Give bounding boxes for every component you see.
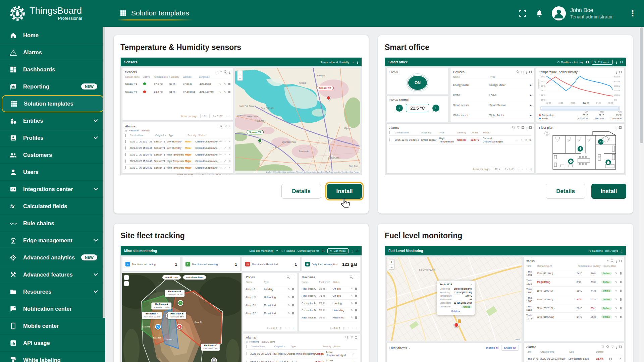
alarm-row[interactable]: 2021-07-20 15:36:38 Sensor T1 High Tempe… — [125, 165, 230, 171]
brand[interactable]: ThingsBoard Professional — [0, 5, 105, 21]
edit-icon[interactable] — [615, 289, 618, 292]
edit-icon[interactable] — [287, 296, 290, 299]
ack-icon[interactable]: ✓ — [224, 166, 226, 169]
checkbox[interactable] — [389, 131, 390, 134]
delete-icon[interactable] — [620, 316, 622, 318]
alarm-row[interactable]: 2026-01-05 12:36:28 Haul truck B Overloa… — [246, 358, 357, 362]
zone-row[interactable]: Zone R1Restricted — [246, 301, 294, 309]
alarm-row[interactable]: 2021-07-20 15:36:45 Sensor T1 Low Humidi… — [125, 145, 230, 152]
machine-label[interactable]: Excavator AFuel level: 71.7% — [142, 312, 162, 319]
ack-icon[interactable]: ✓ — [353, 352, 355, 355]
leaflet-attribution[interactable]: Leaflet — [515, 339, 521, 341]
edit-icon[interactable] — [615, 298, 618, 301]
alarm-row[interactable]: 2021-07-20 15:36:40 Sensor T1 High Tempe… — [125, 158, 230, 165]
sensor-row[interactable]: Sensor T1 17.0 °C 57 % 37.3948 -122.1503 — [125, 80, 230, 88]
prev-page-icon[interactable]: ‹ — [285, 326, 286, 329]
checkbox[interactable] — [125, 153, 126, 156]
increase-temp-button[interactable]: › — [432, 105, 439, 112]
more-icon[interactable]: ⋯ — [515, 138, 518, 141]
zone-row[interactable]: Zone L1Loading — [246, 285, 294, 293]
delete-icon[interactable] — [355, 295, 357, 297]
timeseries-icon[interactable] — [219, 82, 222, 85]
chevron-down-icon[interactable]: ⌄ — [409, 347, 411, 349]
checkbox[interactable] — [125, 166, 126, 169]
map-zoom-controls[interactable]: +− — [389, 259, 394, 270]
tank-row[interactable]: Tank 1491 80% (42146L) 24°C 76% Online — [526, 269, 622, 278]
edit-icon[interactable] — [351, 287, 353, 290]
sensor-t2-map-label[interactable]: Sensor T2 — [316, 86, 334, 90]
fullscreen-icon[interactable] — [529, 71, 532, 73]
filter-icon[interactable]: ▽ — [517, 126, 520, 129]
fullscreen-icon[interactable] — [619, 126, 622, 129]
next-page-icon[interactable]: › — [526, 168, 527, 171]
export-icon[interactable] — [616, 345, 618, 349]
row-expand-icon[interactable]: ▶ — [530, 114, 532, 117]
device-row[interactable]: HVACHVAC ▶ — [453, 90, 532, 100]
add-zone-button[interactable]: + Add zone — [162, 275, 181, 280]
sidebar-item-dashboards[interactable]: Dashboards — [0, 61, 105, 78]
map-tools[interactable] — [124, 275, 129, 286]
prev-page-icon[interactable]: ‹ — [522, 168, 523, 171]
sidebar-item-integrations-center[interactable]: Integrations center — [0, 181, 105, 198]
search-icon[interactable] — [287, 276, 290, 279]
sidebar-item-rule-chains[interactable]: <··>Rule chains — [0, 215, 105, 232]
screenshot-icon[interactable] — [322, 250, 324, 252]
machine-row[interactable]: Haul truck A75 %On-site — [302, 293, 357, 300]
haul-truck-b-marker[interactable]: ▣ — [176, 324, 182, 330]
sidebar-scrollbar[interactable] — [103, 27, 105, 318]
checkbox[interactable] — [125, 146, 126, 149]
delete-icon[interactable] — [620, 272, 622, 275]
machine-label[interactable]: Haul truck BFuel level: 55% — [168, 312, 186, 319]
search-icon[interactable] — [350, 276, 353, 279]
bell-icon[interactable]: ⚆ — [602, 345, 604, 348]
dashboard-select[interactable]: Temperature & Humidity — [321, 61, 350, 64]
download-icon[interactable] — [616, 60, 618, 64]
checkbox[interactable] — [125, 134, 126, 137]
edit-icon[interactable] — [224, 90, 226, 94]
edit-icon[interactable] — [287, 312, 290, 315]
install-button[interactable]: Install — [591, 184, 626, 199]
bookmark-icon[interactable] — [216, 71, 218, 73]
machine-row[interactable]: Excavator A75 %Loading — [302, 300, 357, 307]
close-icon[interactable]: × — [470, 283, 472, 286]
sidebar-item-resources[interactable]: Resources — [0, 283, 105, 300]
machine-row[interactable]: Excavator B75 %Unloading — [302, 307, 357, 314]
sidebar-item-users[interactable]: Users — [0, 164, 105, 181]
clear-icon[interactable]: ✕ — [229, 146, 230, 149]
export-icon[interactable] — [526, 70, 528, 74]
fullscreen-icon[interactable] — [355, 276, 357, 278]
machine-row[interactable]: Haul truck B55 %Restricted — [302, 314, 357, 321]
search-icon[interactable] — [512, 126, 515, 129]
mine-site-map[interactable]: + Add zone + Add machine Zone U1 Zone R2… — [122, 273, 241, 362]
page-size-select[interactable]: 10▾ — [196, 173, 206, 176]
fullscreen-icon[interactable] — [292, 276, 294, 278]
next-page-icon[interactable]: › — [229, 115, 230, 118]
more-icon[interactable]: ⋯ — [219, 153, 222, 156]
edit-icon[interactable] — [224, 82, 226, 85]
ack-icon[interactable]: ✓ — [224, 146, 226, 149]
last-page-icon[interactable]: ›| — [356, 326, 357, 329]
excavator-a-marker[interactable]: ⛏ — [155, 324, 161, 330]
fullscreen-icon[interactable] — [355, 336, 357, 339]
row-expand-icon[interactable]: ▶ — [530, 94, 532, 97]
checkbox[interactable] — [246, 352, 247, 355]
delete-icon[interactable] — [620, 281, 622, 283]
device-row[interactable]: Energy meterEnergy Meter ▶ — [453, 80, 532, 90]
delete-icon[interactable] — [355, 309, 357, 311]
decrease-temp-button[interactable]: ‹ — [396, 105, 403, 112]
haul-truck-c-marker[interactable]: ▣ — [211, 357, 217, 362]
download-icon[interactable] — [352, 249, 353, 252]
more-icon[interactable]: ⋯ — [347, 361, 350, 362]
sidebar-item-alarms[interactable]: Alarms — [0, 44, 105, 61]
last-page-icon[interactable]: ›| — [530, 168, 532, 171]
first-page-icon[interactable]: |‹ — [280, 326, 282, 329]
page-size-select[interactable]: 10▾ — [493, 167, 502, 171]
details-button[interactable]: Details — [281, 184, 321, 199]
clear-icon[interactable]: ✕ — [619, 357, 622, 360]
export-icon[interactable] — [229, 70, 231, 74]
sidebar-item-profiles[interactable]: Profiles — [0, 129, 105, 146]
sidebar-item-reporting[interactable]: ReportingNEW — [0, 78, 105, 95]
prev-page-icon[interactable]: ‹ — [226, 173, 227, 176]
clear-icon[interactable]: ✕ — [525, 138, 527, 141]
delete-icon[interactable] — [292, 312, 294, 314]
